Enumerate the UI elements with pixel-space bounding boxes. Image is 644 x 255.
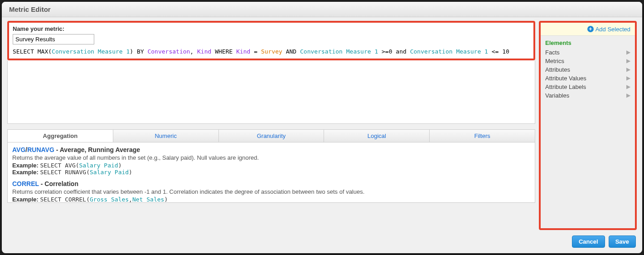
element-item-attribute-values[interactable]: Attribute Values ▶ xyxy=(541,74,635,83)
elements-header: Elements xyxy=(541,38,635,48)
element-item-attributes[interactable]: Attributes ▶ xyxy=(541,65,635,74)
cancel-button[interactable]: Cancel xyxy=(572,235,605,248)
function-example: Example: SELECT AVG(Salary Paid) xyxy=(12,162,530,169)
tab-filters[interactable]: Filters xyxy=(430,130,535,142)
element-item-attribute-labels[interactable]: Attribute Labels ▶ xyxy=(541,83,635,91)
query-attribute: Conversation xyxy=(147,48,190,55)
element-item-facts[interactable]: Facts ▶ xyxy=(541,48,635,57)
element-item-variables[interactable]: Variables ▶ xyxy=(541,91,635,100)
query-keyword: MAX( xyxy=(38,48,52,55)
add-selected-button[interactable]: + Add Selected xyxy=(587,26,630,33)
query-keyword: AND xyxy=(286,48,296,55)
chevron-right-icon: ▶ xyxy=(626,83,630,90)
function-help-panel: Aggregation Numeric Granularity Logical … xyxy=(7,129,535,203)
tab-logical[interactable]: Logical xyxy=(324,130,430,142)
chevron-right-icon: ▶ xyxy=(626,58,630,64)
query-keyword: BY xyxy=(137,48,144,55)
chevron-right-icon: ▶ xyxy=(626,92,630,98)
function-example: Example: SELECT CORREL(Gross Sales,Net S… xyxy=(12,196,530,202)
save-button[interactable]: Save xyxy=(609,235,636,248)
function-link-correl[interactable]: CORREL xyxy=(12,180,39,187)
tab-numeric[interactable]: Numeric xyxy=(113,130,219,142)
tab-aggregation[interactable]: Aggregation xyxy=(8,130,113,142)
query-attribute: Kind xyxy=(236,48,250,55)
element-item-metrics[interactable]: Metrics ▶ xyxy=(541,57,635,65)
function-link-runavg[interactable]: RUNAVG xyxy=(27,146,54,153)
function-example: Example: SELECT RUNAVG(Salary Paid) xyxy=(12,169,530,176)
function-tabs: Aggregation Numeric Granularity Logical … xyxy=(8,130,535,142)
modal-title: Metric Editor xyxy=(2,2,642,17)
chevron-right-icon: ▶ xyxy=(626,66,630,73)
function-avg: AVG/RUNAVG - Average, Running Average Re… xyxy=(12,146,530,176)
query-keyword: SELECT xyxy=(13,48,34,55)
function-description: Returns correlation coefficient that var… xyxy=(12,188,530,195)
function-link-avg[interactable]: AVG xyxy=(12,146,25,153)
query-keyword: WHERE xyxy=(215,48,232,55)
metric-name-input[interactable] xyxy=(13,34,94,44)
query-measure: Conversation Measure 1 xyxy=(410,48,488,55)
metric-name-label: Name your metric: xyxy=(13,25,530,32)
query-paren: ) xyxy=(130,48,133,55)
metric-query-editor[interactable]: SELECT MAX(Conversation Measure 1) BY Co… xyxy=(13,47,530,56)
plus-icon: + xyxy=(587,26,594,32)
tab-granularity[interactable]: Granularity xyxy=(219,130,324,142)
query-value: Survey xyxy=(261,48,282,55)
add-selected-bar: + Add Selected xyxy=(541,23,635,36)
chevron-right-icon: ▶ xyxy=(626,75,630,81)
chevron-right-icon: ▶ xyxy=(626,49,630,55)
function-description: Returns the average value of all numbers… xyxy=(12,154,530,161)
function-list: AVG/RUNAVG - Average, Running Average Re… xyxy=(8,142,535,202)
query-attribute: Kind xyxy=(197,48,211,55)
elements-sidebar: + Add Selected Elements Facts ▶ Metrics … xyxy=(539,21,637,230)
query-editor-body[interactable] xyxy=(7,60,535,124)
query-measure: Conversation Measure 1 xyxy=(52,48,130,55)
function-correl: CORREL - Correlation Returns correlation… xyxy=(12,180,530,202)
metric-definition-panel: Name your metric: SELECT MAX(Conversatio… xyxy=(7,21,535,60)
query-measure: Conversation Measure 1 xyxy=(300,48,378,55)
metric-editor-modal: Metric Editor Name your metric: SELECT M… xyxy=(2,2,642,253)
modal-footer: Cancel Save xyxy=(2,232,642,253)
